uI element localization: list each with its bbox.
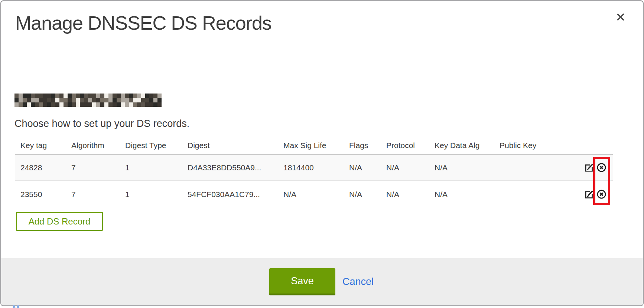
cell-algorithm: 7 bbox=[66, 181, 120, 208]
instruction-text: Choose how to set up your DS records. bbox=[14, 118, 189, 130]
edit-record-button[interactable] bbox=[585, 163, 593, 172]
close-button[interactable] bbox=[614, 11, 627, 23]
delete-record-button[interactable] bbox=[597, 190, 606, 199]
cell-protocol: N/A bbox=[381, 181, 429, 208]
cell-digest-type: 1 bbox=[120, 181, 182, 208]
cell-key-data-alg: N/A bbox=[429, 155, 494, 181]
cell-key-tag: 23550 bbox=[15, 181, 66, 208]
cell-public-key bbox=[494, 181, 568, 208]
cell-protocol: N/A bbox=[381, 155, 429, 181]
delete-circle-x-icon bbox=[597, 163, 606, 172]
table-row: 23550 7 1 54FCF030AA1C79... N/A N/A N/A … bbox=[15, 181, 613, 208]
column-header-max-sig-life: Max Sig Life bbox=[278, 137, 344, 155]
table-row: 24828 7 1 D4A33E8DD550A9... 1814400 N/A … bbox=[15, 155, 613, 181]
cell-digest-type: 1 bbox=[120, 155, 182, 181]
cell-max-sig-life: N/A bbox=[278, 181, 344, 208]
cell-public-key bbox=[494, 155, 568, 181]
edit-record-button[interactable] bbox=[585, 190, 593, 199]
ds-records-table: Key tag Algorithm Digest Type Digest Max… bbox=[15, 137, 613, 208]
cell-algorithm: 7 bbox=[66, 155, 120, 181]
cell-key-data-alg: N/A bbox=[429, 181, 494, 208]
column-header-protocol: Protocol bbox=[381, 137, 429, 155]
cell-digest: 54FCF030AA1C79... bbox=[182, 181, 278, 208]
column-header-flags: Flags bbox=[344, 137, 381, 155]
delete-record-button[interactable] bbox=[597, 163, 606, 172]
save-button[interactable]: Save bbox=[269, 268, 335, 295]
column-header-digest-type: Digest Type bbox=[120, 137, 182, 155]
delete-circle-x-icon bbox=[597, 190, 606, 199]
cell-max-sig-life: 1814400 bbox=[278, 155, 344, 181]
column-header-digest: Digest bbox=[182, 137, 278, 155]
column-header-algorithm: Algorithm bbox=[66, 137, 120, 155]
cancel-link[interactable]: Cancel bbox=[342, 276, 374, 288]
edit-pencil-square-icon bbox=[585, 190, 593, 199]
edit-pencil-square-icon bbox=[585, 163, 593, 172]
cell-flags: N/A bbox=[344, 181, 381, 208]
cell-flags: N/A bbox=[344, 155, 381, 181]
redacted-domain-name bbox=[14, 94, 162, 107]
add-ds-record-button[interactable]: Add DS Record bbox=[16, 212, 103, 231]
column-header-public-key: Public Key bbox=[494, 137, 568, 155]
dialog-footer: Save Cancel bbox=[1, 258, 643, 305]
table-header-row: Key tag Algorithm Digest Type Digest Max… bbox=[15, 137, 613, 155]
page-background: M Manage DNSSEC DS Records Choose how to… bbox=[0, 0, 644, 308]
background-artifact: M bbox=[12, 304, 25, 308]
column-header-key-tag: Key tag bbox=[15, 137, 66, 155]
column-header-actions bbox=[568, 137, 613, 155]
cell-digest: D4A33E8DD550A9... bbox=[182, 155, 278, 181]
column-header-key-data-alg: Key Data Alg bbox=[429, 137, 494, 155]
dialog-title: Manage DNSSEC DS Records bbox=[15, 12, 271, 35]
dnssec-ds-records-dialog: Manage DNSSEC DS Records Choose how to s… bbox=[0, 0, 644, 306]
cell-key-tag: 24828 bbox=[15, 155, 66, 181]
close-icon bbox=[616, 12, 625, 22]
